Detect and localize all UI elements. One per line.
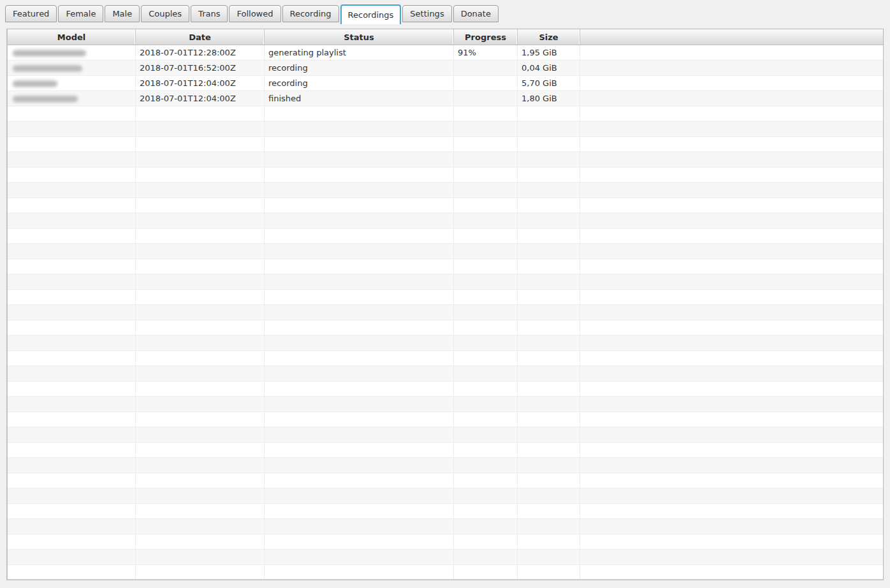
cell-progress xyxy=(454,427,518,442)
cell-fill xyxy=(580,168,883,182)
table-row-empty xyxy=(8,122,883,137)
tab-recording[interactable]: Recording xyxy=(282,5,339,22)
cell-status: recording xyxy=(265,76,454,90)
table-row[interactable]: 2018-07-01T12:28:00Zgenerating playlist9… xyxy=(8,45,883,61)
table-row[interactable]: 2018-07-01T12:04:00Zfinished1,80 GiB xyxy=(8,91,883,106)
cell-status xyxy=(265,152,454,167)
cell-model xyxy=(8,351,136,366)
cell-model xyxy=(8,290,136,305)
tab-male[interactable]: Male xyxy=(105,5,140,22)
table-row-empty xyxy=(8,473,883,489)
cell-size xyxy=(518,336,580,350)
column-header-size[interactable]: Size xyxy=(518,29,580,45)
cell-fill xyxy=(580,519,883,534)
cell-size xyxy=(518,534,580,549)
cell-progress xyxy=(454,320,518,335)
cell-fill xyxy=(580,305,883,320)
table-row[interactable]: 2018-07-01T12:04:00Zrecording5,70 GiB xyxy=(8,76,883,91)
cell-model xyxy=(8,504,136,519)
cell-size xyxy=(518,137,580,152)
column-header-model[interactable]: Model xyxy=(8,29,136,45)
column-header-status[interactable]: Status xyxy=(265,29,454,45)
cell-size xyxy=(518,320,580,335)
cell-status xyxy=(265,504,454,519)
cell-fill xyxy=(580,91,883,106)
cell-status xyxy=(265,351,454,366)
table-body: 2018-07-01T12:28:00Zgenerating playlist9… xyxy=(8,45,883,579)
table-row-empty xyxy=(8,443,883,458)
table-row-empty xyxy=(8,397,883,412)
cell-date xyxy=(136,382,265,396)
cell-date xyxy=(136,443,265,457)
table-row[interactable]: 2018-07-01T16:52:00Zrecording0,04 GiB xyxy=(8,61,883,76)
cell-model xyxy=(8,198,136,213)
tab-couples[interactable]: Couples xyxy=(141,5,189,22)
cell-model xyxy=(8,305,136,320)
column-header-progress[interactable]: Progress xyxy=(454,29,518,45)
table-row-empty xyxy=(8,336,883,351)
cell-fill xyxy=(580,213,883,228)
tab-donate[interactable]: Donate xyxy=(453,5,499,22)
cell-model xyxy=(8,61,136,75)
tab-featured[interactable]: Featured xyxy=(5,5,57,22)
tab-followed[interactable]: Followed xyxy=(229,5,281,22)
cell-fill xyxy=(580,122,883,136)
cell-size xyxy=(518,168,580,182)
table-row-empty xyxy=(8,489,883,504)
cell-date xyxy=(136,412,265,427)
cell-progress xyxy=(454,473,518,488)
cell-date xyxy=(136,198,265,213)
cell-size xyxy=(518,565,580,579)
cell-size xyxy=(518,427,580,442)
table-header-row: ModelDateStatusProgressSize xyxy=(8,29,883,45)
cell-progress xyxy=(454,534,518,549)
cell-date xyxy=(136,427,265,442)
cell-fill xyxy=(580,106,883,121)
cell-progress xyxy=(454,106,518,121)
cell-model xyxy=(8,519,136,534)
cell-model xyxy=(8,366,136,381)
table-row-empty xyxy=(8,305,883,320)
cell-progress xyxy=(454,137,518,152)
cell-size: 1,95 GiB xyxy=(518,45,580,60)
table-row-empty xyxy=(8,519,883,534)
cell-status xyxy=(265,458,454,473)
cell-model xyxy=(8,565,136,579)
cell-progress: 91% xyxy=(454,45,518,60)
table-row-empty xyxy=(8,137,883,152)
cell-size xyxy=(518,412,580,427)
tab-female[interactable]: Female xyxy=(58,5,103,22)
cell-size xyxy=(518,351,580,366)
tab-recordings[interactable]: Recordings xyxy=(340,4,402,24)
cell-size xyxy=(518,229,580,243)
cell-date xyxy=(136,351,265,366)
cell-progress xyxy=(454,91,518,106)
cell-status xyxy=(265,427,454,442)
cell-status xyxy=(265,320,454,335)
cell-size xyxy=(518,106,580,121)
cell-model xyxy=(8,244,136,259)
cell-date xyxy=(136,137,265,152)
cell-status xyxy=(265,137,454,152)
cell-model xyxy=(8,229,136,243)
cell-status xyxy=(265,106,454,121)
table-row-empty xyxy=(8,259,883,275)
column-header-date[interactable]: Date xyxy=(136,29,265,45)
tab-settings[interactable]: Settings xyxy=(402,5,451,22)
cell-size xyxy=(518,550,580,564)
table-row-empty xyxy=(8,427,883,443)
cell-model xyxy=(8,397,136,412)
cell-model xyxy=(8,412,136,427)
cell-size xyxy=(518,275,580,289)
cell-status xyxy=(265,275,454,289)
cell-date xyxy=(136,366,265,381)
cell-progress xyxy=(454,61,518,75)
tab-trans[interactable]: Trans xyxy=(191,5,228,22)
cell-status xyxy=(265,213,454,228)
cell-date: 2018-07-01T12:28:00Z xyxy=(136,45,265,60)
cell-size xyxy=(518,443,580,457)
cell-model xyxy=(8,259,136,274)
cell-size xyxy=(518,519,580,534)
cell-fill xyxy=(580,137,883,152)
cell-fill xyxy=(580,473,883,488)
